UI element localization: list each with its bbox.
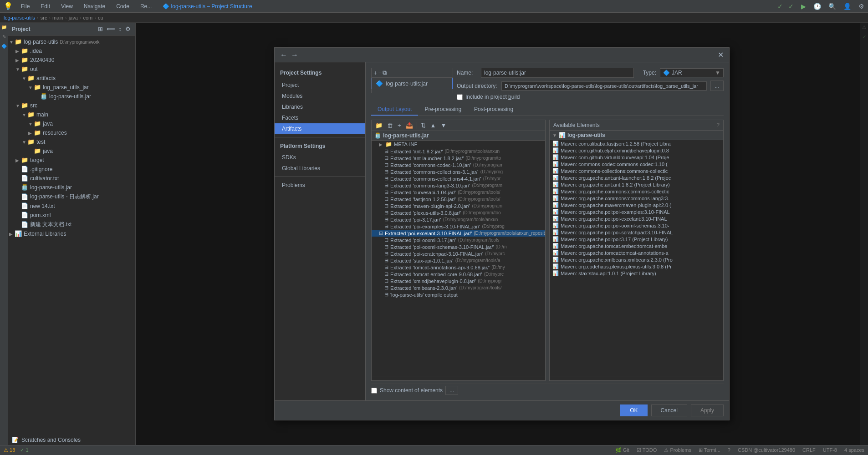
tree-item-src[interactable]: ▼ 📁 src (8, 101, 135, 110)
nav-sdks[interactable]: SDKs (275, 152, 365, 163)
tree-item-test-java[interactable]: 📁 java (8, 147, 135, 156)
dialog-forward-btn[interactable]: → (291, 51, 298, 59)
tree-item-log-jar[interactable]: 🫙 log-parse-utils.jar (8, 183, 135, 192)
avail-xmindjbehave[interactable]: 📊 Maven: com.github.eljah:xmindjbehavepl… (550, 147, 723, 154)
tree-item-artifacts[interactable]: ▼ 📁 artifacts (8, 74, 135, 83)
type-dropdown-icon[interactable]: ▼ (715, 70, 720, 76)
ok-button[interactable]: OK (620, 404, 647, 416)
cancel-button[interactable]: Cancel (651, 404, 687, 416)
left-toolbar-extract-btn[interactable]: 📤 (404, 121, 415, 130)
left-toolbar-folder-btn[interactable]: 📁 (373, 121, 384, 130)
menu-navigate[interactable]: Navigate (81, 2, 108, 10)
menu-edit[interactable]: Edit (38, 2, 53, 10)
nav-facets[interactable]: Facets (275, 112, 365, 123)
artifact-remove-btn[interactable]: − (378, 69, 382, 76)
left-tree-commons-collections[interactable]: ⊟ Extracted 'commons-collections-3.1.jar… (372, 168, 545, 175)
nav-modules[interactable]: Modules (275, 91, 365, 101)
nav-problems[interactable]: Problems (275, 180, 365, 191)
avail-curvesapi[interactable]: 📊 Maven: com.github.virtuald:curvesapi:1… (550, 154, 723, 161)
include-in-project-build-checkbox[interactable] (457, 94, 463, 100)
avail-maven-plugin-api[interactable]: 📊 Maven: org.apache.maven:maven-plugin-a… (550, 202, 723, 208)
tree-item-new-txt[interactable]: 📄 新建 文本文档.txt (8, 220, 135, 229)
avail-tomcat-embed[interactable]: 📊 Maven: org.apache.tomcat.embed:tomcat-… (550, 243, 723, 249)
avail-tomcat-annotations[interactable]: 📊 Maven: org.apache.tomcat:tomcat-annota… (550, 249, 723, 256)
left-toolbar-down-btn[interactable]: ▼ (439, 121, 448, 130)
breadcrumb-cu[interactable]: cu (98, 15, 103, 20)
left-tree-tomcat-embed[interactable]: ⊟ Extracted 'tomcat-embed-core-9.0.68.ja… (372, 271, 545, 278)
tree-item-new14[interactable]: 📄 new 14.txt (8, 202, 135, 211)
sidebar-icon-settings[interactable]: ⚙ (124, 25, 132, 33)
available-elements-help-icon[interactable]: ? (716, 122, 720, 128)
toolbar-clock[interactable]: 🕐 (813, 3, 821, 10)
left-toolbar-up-btn[interactable]: ▲ (429, 121, 438, 130)
left-tree-poi-examples[interactable]: ⊟ Extracted 'poi-examples-3.10-FINAL.jar… (372, 223, 545, 230)
menu-file[interactable]: File (18, 2, 32, 10)
output-dir-browse-btn[interactable]: ... (710, 81, 724, 91)
breadcrumb-com[interactable]: com (83, 15, 92, 20)
tab-preprocessing[interactable]: Pre-processing (418, 104, 468, 116)
git-icon[interactable]: 🌿 Git (615, 447, 629, 453)
tree-item-test[interactable]: ▼ 📁 test (8, 137, 135, 147)
avail-commons-coll[interactable]: 📊 Maven: org.apache.commons:commons-coll… (550, 188, 723, 195)
avail-commons-lang3[interactable]: 📊 Maven: org.apache.commons:commons-lang… (550, 195, 723, 202)
nav-artifacts[interactable]: Artifacts (275, 123, 365, 134)
avail-poi-excelant[interactable]: 📊 Maven: org.apache.poi:poi-excelant:3.1… (550, 215, 723, 222)
left-tree-tomcat-annotations[interactable]: ⊟ Extracted 'tomcat-annotations-api-9.0.… (372, 264, 545, 271)
tab-postprocessing[interactable]: Post-processing (468, 104, 520, 116)
toolbar-check1[interactable]: ✓ (777, 3, 783, 10)
avail-plexus[interactable]: 📊 Maven: org.codehaus.plexus:plexus-util… (550, 263, 723, 270)
avail-xmlbeans[interactable]: 📊 Maven: org.apache.xmlbeans:xmlbeans:2.… (550, 256, 723, 263)
left-tree-poi-excelant[interactable]: ⊟ Extracted 'poi-excelant-3.10-FINAL.jar… (372, 230, 545, 237)
left-tree-commons-collections4[interactable]: ⊟ Extracted 'commons-collections4-4.1.ja… (372, 175, 545, 182)
menu-view[interactable]: View (58, 2, 76, 10)
left-tree-commons-lang3[interactable]: ⊟ Extracted 'commons-lang3-3.10.jar/' (D… (372, 182, 545, 189)
tree-item-log-parse-jar-folder[interactable]: ▼ 📁 log_parse_utils_jar (8, 83, 135, 92)
left-tree-curvesapi[interactable]: ⊟ Extracted 'curvesapi-1.04.jar/' (D:/my… (372, 189, 545, 196)
show-content-checkbox[interactable] (371, 388, 377, 394)
menu-code[interactable]: Code (113, 2, 132, 10)
output-dir-input[interactable] (501, 81, 707, 91)
breadcrumb-main[interactable]: main (52, 15, 63, 20)
menu-re[interactable]: Re... (138, 2, 154, 10)
dialog-back-btn[interactable]: ← (280, 51, 287, 59)
avail-poi-scratchpad[interactable]: 📊 Maven: org.apache.poi:poi-scratchpad:3… (550, 229, 723, 236)
toolbar-search[interactable]: 🔍 (828, 3, 836, 10)
left-toolbar-sort-btn[interactable]: ⇅ (419, 121, 428, 130)
avail-fastjson[interactable]: 📊 Maven: com.alibaba:fastjson:1.2.58 (Pr… (550, 140, 723, 147)
todo-icon[interactable]: ☑ TODO (637, 447, 657, 453)
left-tree-meta-inf[interactable]: ▶ 📁 META-INF (372, 141, 545, 148)
tree-item-out[interactable]: ▼ 📁 out (8, 65, 135, 74)
tree-item-gitignore[interactable]: 📄 .gitignore (8, 165, 135, 174)
gutter-commit-icon[interactable]: ✎ (1, 34, 6, 39)
apply-button[interactable]: Apply (691, 404, 724, 416)
breadcrumb-java[interactable]: java (69, 15, 78, 20)
scratches-item[interactable]: 📝 Scratches and Consoles (8, 435, 135, 445)
avail-collections[interactable]: 📊 Maven: commons-collections:commons-col… (550, 167, 723, 174)
tree-item-resources[interactable]: ▶ 📁 resources (8, 128, 135, 137)
tree-item-pom[interactable]: 📄 pom.xml (8, 211, 135, 220)
left-tree-ant[interactable]: ⊟ Extracted 'ant-1.8.2.jar/' (D:/myprogr… (372, 148, 545, 155)
tab-output-layout[interactable]: Output Layout (371, 104, 418, 116)
problems-icon[interactable]: ⚠ Problems (664, 447, 691, 453)
tree-item-ext-libs[interactable]: ▶ 📊 External Libraries (8, 229, 135, 238)
left-tree-plexus[interactable]: ⊟ Extracted 'plexus-utils-3.0.8.jar/' (D… (372, 209, 545, 216)
sidebar-icon-sort[interactable]: ↕ (118, 25, 123, 33)
toolbar-check2[interactable]: ✓ (788, 3, 794, 10)
avail-codec[interactable]: 📊 Maven: commons-codec:commons-codec:1.1… (550, 161, 723, 167)
terminal-icon[interactable]: ⊞ Termi... (699, 447, 720, 453)
left-tree-maven-plugin[interactable]: ⊟ Extracted 'maven-plugin-api-2.0.jar/' … (372, 202, 545, 209)
right-pane-hscroll[interactable] (550, 376, 723, 380)
left-tree-compile-output[interactable]: ⊟ 'log-parse-utils' compile output (372, 291, 545, 298)
tree-item-jar-file[interactable]: 🫙 log-parse-utils.jar (8, 92, 135, 101)
left-tree-fastjson[interactable]: ⊟ Extracted 'fastjson-1.2.58.jar/' (D:/m… (372, 196, 545, 202)
left-tree-poi-ooxml[interactable]: ⊟ Extracted 'poi-ooxml-3.17.jar/' (D:/my… (372, 237, 545, 243)
avail-ant-launcher[interactable]: 📊 Maven: org.apache.ant:ant-launcher:1.8… (550, 174, 723, 181)
left-tree-ant-launcher[interactable]: ⊟ Extracted 'ant-launcher-1.8.2.jar/' (D… (372, 155, 545, 162)
left-tree-poi-ooxml-schemas[interactable]: ⊟ Extracted 'poi-ooxml-schemas-3.10-FINA… (372, 243, 545, 250)
nav-libraries[interactable]: Libraries (275, 101, 365, 112)
tree-item-target[interactable]: ▶ 📁 target (8, 156, 135, 165)
tree-item-root[interactable]: ▼ 📁 log-parse-utils D:\myprogram\work (8, 37, 135, 46)
toolbar-run[interactable]: ▶ (801, 3, 806, 10)
left-toolbar-add-btn[interactable]: + (396, 121, 403, 130)
left-pane-hscroll[interactable] (372, 376, 545, 380)
